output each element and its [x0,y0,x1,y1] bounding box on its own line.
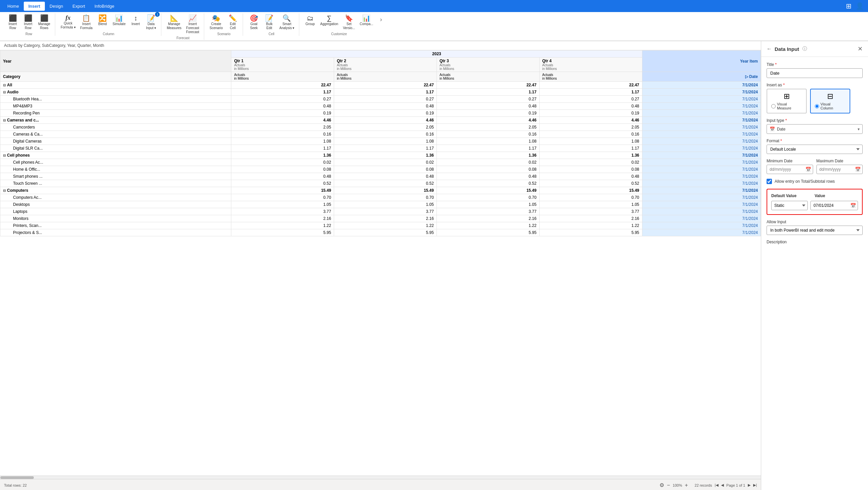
default-value-header: Default Value Value [771,193,858,198]
date-cell[interactable]: 7/1/2024 [642,222,761,229]
layout-icon[interactable]: ⊞ [844,1,853,11]
date-cell[interactable]: 7/1/2024 [642,229,761,236]
date-cell[interactable]: 7/1/2024 [642,180,761,187]
date-cell[interactable]: 7/1/2024 [642,89,761,96]
table-row: ⊟Computers15.4915.4915.4915.497/1/2024 [0,187,761,194]
insert-row-button[interactable]: ⬛ InsertRow [5,13,20,31]
prev-page-button[interactable]: ◀ [721,483,724,487]
qtr3-subtitle: Actualsin Millions [439,63,536,71]
static-select[interactable]: Static [771,201,808,210]
panel-back-button[interactable]: ← [767,46,772,52]
next-page-button[interactable]: ▶ [748,483,750,487]
compa-button[interactable]: 📊 Compa... [358,13,376,27]
date-cell[interactable]: 7/1/2024 [642,138,761,145]
tab-insert[interactable]: Insert [24,2,45,11]
date-cell[interactable]: 7/1/2024 [642,110,761,117]
group-button[interactable]: 🗂 Group [303,13,317,27]
date-cell[interactable]: 7/1/2024 [642,166,761,173]
input-type-selector[interactable]: 📅 Date ▾ [767,124,863,134]
user-icon[interactable]: 👤 [854,1,865,11]
quick-formula-button[interactable]: fx QuickFormula ▾ [59,13,77,31]
min-date-col: Minimum Date 📅 [767,159,813,174]
set-version-button[interactable]: 🔖 SetVersio... [341,13,357,31]
date-cell[interactable]: 7/1/2024 [642,215,761,222]
date-cell[interactable]: 7/1/2024 [642,208,761,215]
tab-home[interactable]: Home [3,2,24,11]
date-cell[interactable]: 7/1/2024 [642,173,761,180]
tab-infobridge[interactable]: InfoBridge [90,2,119,11]
date-cell[interactable]: 7/1/2024 [642,124,761,131]
goal-seek-button[interactable]: 🎯 GoalSeek [246,13,261,31]
smart-analysis-button[interactable]: 🔍 SmartAnalysis ▾ [277,13,296,31]
table-row: Digital Cameras1.081.081.081.087/1/2024 [0,138,761,145]
date-cell[interactable]: 7/1/2024 [642,145,761,152]
date-cell[interactable]: 7/1/2024 [642,201,761,208]
title-input[interactable] [767,68,863,78]
date-cell[interactable]: 7/1/2024 [642,117,761,124]
date-cell[interactable]: 7/1/2024 [642,131,761,138]
settings-icon[interactable]: ⚙ [659,482,664,488]
expand-icon[interactable]: ⊟ [3,90,6,94]
scroll-thumb[interactable] [0,476,34,479]
q4-cell: 3.77 [539,208,642,215]
allow-entry-checkbox[interactable] [767,179,772,184]
max-date-label: Maximum Date [816,159,863,163]
row-label-cell: Cameras & Ca... [0,131,231,138]
default-date-calendar-icon[interactable]: 📅 [850,203,856,208]
data-table-wrapper[interactable]: Year 2023 Year Item Qtr 1 Actualsin Mill… [0,50,761,476]
allow-input-select[interactable]: In both PowerBI read and edit mode [767,225,863,235]
allow-entry-label[interactable]: Allow entry on Total/Subtotal rows [775,179,835,184]
row-label-cell: Digital Cameras [0,138,231,145]
manage-rows-button[interactable]: ⬛ ManageRows [36,13,52,31]
date-cell[interactable]: 7/1/2024 [642,82,761,89]
horizontal-scrollbar[interactable] [0,476,761,479]
edit-cell-button[interactable]: ✏️ EditCell [225,13,240,31]
visual-measure-option[interactable]: ⊞ VisualMeasure [767,89,807,114]
date-cell[interactable]: 7/1/2024 [642,103,761,110]
tab-export[interactable]: Export [68,2,90,11]
expand-icon[interactable]: ⊟ [3,83,6,87]
zoom-in-button[interactable]: + [685,482,688,488]
create-scenario-button[interactable]: 🎭 CreateScenario [208,13,225,31]
insert-as-group: Insert as * ⊞ VisualMeasure ⊟ [767,83,863,114]
expand-icon[interactable]: ⊟ [3,154,6,157]
max-date-calendar-icon[interactable]: 📅 [855,167,861,172]
table-row: Cameras & Ca...0.160.160.160.167/1/2024 [0,131,761,138]
tab-design[interactable]: Design [45,2,68,11]
q2-cell: 1.17 [334,145,437,152]
ribbon-group-cell: 🎯 GoalSeek 📝 BulkEdit 🔍 SmartAnalysis ▾ … [244,13,299,36]
q4-cell: 0.02 [539,159,642,166]
visual-measure-radio[interactable] [771,104,776,109]
invert-row-icon: ⬛ [24,15,32,22]
date-cell[interactable]: 7/1/2024 [642,96,761,103]
forecast-group-label: Forecast [165,35,201,40]
date-cell[interactable]: 7/1/2024 [642,194,761,201]
expand-icon[interactable]: ⊟ [3,189,6,192]
q1-cell: 2.05 [231,124,334,131]
last-page-button[interactable]: ▶| [753,483,757,487]
date-cell[interactable]: 7/1/2024 [642,152,761,159]
format-select[interactable]: Default Locale [767,145,863,154]
expand-icon[interactable]: ⊟ [3,119,6,122]
invert-row-button[interactable]: ⬛ InvertRow [21,13,35,31]
aggregation-button[interactable]: ∑ Aggregation [318,13,340,27]
visual-column-option[interactable]: ⊟ VisualColumn [810,89,850,114]
manage-measures-button[interactable]: 📐 ManageMeasures [165,13,183,31]
date-cell[interactable]: 7/1/2024 [642,159,761,166]
zoom-out-button[interactable]: − [667,482,670,488]
invert-column-button[interactable]: ↕ Invert [128,13,143,27]
insert-formula-button[interactable]: 📋 InsertFormula [78,13,95,31]
insert-forecast-button[interactable]: 📈 InsertForecastForecast [184,13,201,35]
blend-button[interactable]: 🔀 Blend [95,13,110,27]
q1-cell: 15.49 [231,187,334,194]
first-page-button[interactable]: |◀ [715,483,718,487]
min-date-calendar-icon[interactable]: 📅 [805,167,811,172]
panel-info-icon[interactable]: ⓘ [802,46,807,52]
aggregation-icon: ∑ [327,15,332,22]
date-cell[interactable]: 7/1/2024 [642,187,761,194]
ribbon-more-button[interactable]: › [379,13,383,26]
bulk-edit-button[interactable]: 📝 BulkEdit [262,13,277,31]
visual-column-radio[interactable] [815,104,819,109]
panel-close-button[interactable]: ✕ [858,45,863,53]
simulate-button[interactable]: 📊 Simulate [111,13,128,27]
